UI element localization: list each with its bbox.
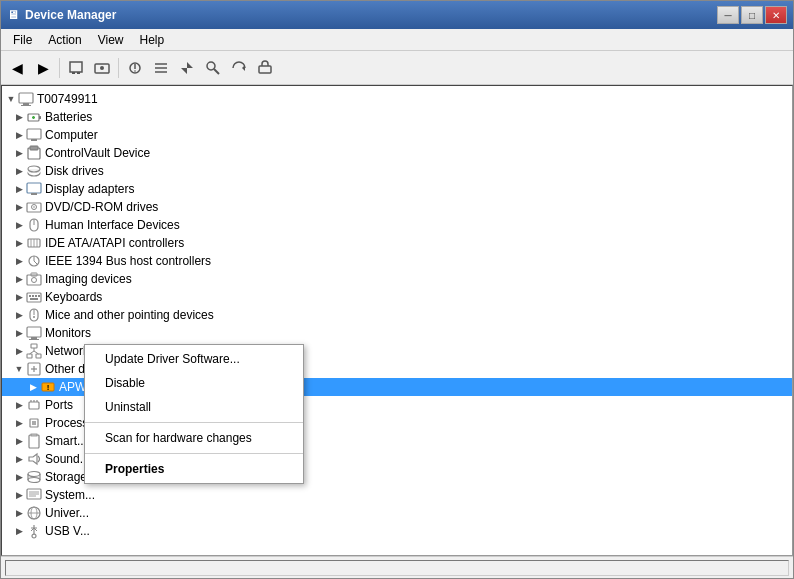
tree-item-ide[interactable]: ▶ IDE ATA/ATAPI controllers (2, 234, 792, 252)
menu-action[interactable]: Action (40, 31, 89, 49)
ide-label: IDE ATA/ATAPI controllers (45, 236, 184, 250)
svg-rect-0 (70, 62, 82, 72)
universal-label: Univer... (45, 506, 89, 520)
ctx-disable[interactable]: Disable (85, 371, 303, 395)
expand-system[interactable]: ▶ (12, 488, 26, 502)
ieee-icon (26, 253, 42, 269)
toolbar-btn-6[interactable] (201, 56, 225, 80)
tree-item-universal[interactable]: ▶ Univer... (2, 504, 792, 522)
window-title: Device Manager (25, 8, 116, 22)
ctx-uninstall[interactable]: Uninstall (85, 395, 303, 419)
svg-rect-41 (27, 293, 41, 302)
tree-item-disk[interactable]: ▶ Disk drives (2, 162, 792, 180)
title-icon: 🖥 (7, 8, 19, 22)
toolbar-btn-3[interactable] (123, 56, 147, 80)
ctx-scan[interactable]: Scan for hardware changes (85, 426, 303, 450)
tree-item-batteries[interactable]: ▶ Batteries (2, 108, 792, 126)
expand-dvd[interactable]: ▶ (12, 200, 26, 214)
root-expand[interactable]: ▼ (4, 92, 18, 106)
smart-icon (26, 433, 42, 449)
expand-hid[interactable]: ▶ (12, 218, 26, 232)
expand-sound[interactable]: ▶ (12, 452, 26, 466)
expand-computer[interactable]: ▶ (12, 128, 26, 142)
expand-smart[interactable]: ▶ (12, 434, 26, 448)
tree-item-mice[interactable]: ▶ Mice and other pointing devices (2, 306, 792, 324)
svg-rect-69 (32, 421, 36, 425)
svg-rect-55 (36, 354, 41, 358)
tree-item-ieee[interactable]: ▶ IEEE 1394 Bus host controllers (2, 252, 792, 270)
expand-mice[interactable]: ▶ (12, 308, 26, 322)
minimize-button[interactable]: ─ (717, 6, 739, 24)
title-buttons: ─ □ ✕ (717, 6, 787, 24)
toolbar-btn-4[interactable] (149, 56, 173, 80)
batteries-icon (26, 109, 42, 125)
menu-help[interactable]: Help (132, 31, 173, 49)
toolbar-btn-5[interactable] (175, 56, 199, 80)
tree-item-monitors[interactable]: ▶ Monitors (2, 324, 792, 342)
svg-rect-64 (29, 402, 39, 409)
expand-batteries[interactable]: ▶ (12, 110, 26, 124)
svg-marker-72 (29, 454, 37, 464)
menu-view[interactable]: View (90, 31, 132, 49)
tree-item-dvd[interactable]: ▶ DVD/CD-ROM drives (2, 198, 792, 216)
svg-rect-46 (30, 298, 38, 300)
content-area: ▼ T00749911 ▶ Batteries ▶ Com (1, 85, 793, 556)
expand-processors[interactable]: ▶ (12, 416, 26, 430)
toolbar-btn-1[interactable] (64, 56, 88, 80)
hid-label: Human Interface Devices (45, 218, 180, 232)
svg-point-73 (28, 472, 40, 477)
expand-ieee[interactable]: ▶ (12, 254, 26, 268)
forward-button[interactable]: ▶ (31, 56, 55, 80)
ctx-properties[interactable]: Properties (85, 457, 303, 481)
tree-item-keyboard[interactable]: ▶ Keyboards (2, 288, 792, 306)
computer-label: Computer (45, 128, 98, 142)
svg-marker-10 (242, 65, 245, 71)
expand-usb[interactable]: ▶ (12, 524, 26, 538)
apw-icon: ! (40, 379, 56, 395)
expand-disk[interactable]: ▶ (12, 164, 26, 178)
controlvault-icon (26, 145, 42, 161)
expand-universal[interactable]: ▶ (12, 506, 26, 520)
storage-icon (26, 469, 42, 485)
back-button[interactable]: ◀ (5, 56, 29, 80)
ctx-update-driver[interactable]: Update Driver Software... (85, 347, 303, 371)
tree-item-controlvault[interactable]: ▶ ControlVault Device (2, 144, 792, 162)
svg-point-49 (33, 316, 35, 318)
svg-rect-1 (72, 72, 75, 74)
expand-other[interactable]: ▼ (12, 362, 26, 376)
expand-monitors[interactable]: ▶ (12, 326, 26, 340)
imaging-label: Imaging devices (45, 272, 132, 286)
svg-rect-70 (29, 435, 39, 448)
tree-root[interactable]: ▼ T00749911 (2, 90, 792, 108)
expand-storage[interactable]: ▶ (12, 470, 26, 484)
menu-file[interactable]: File (5, 31, 40, 49)
tree-item-system[interactable]: ▶ System... (2, 486, 792, 504)
ctx-separator-2 (85, 453, 303, 454)
tree-item-imaging[interactable]: ▶ Imaging devices (2, 270, 792, 288)
svg-rect-45 (38, 295, 40, 297)
expand-network[interactable]: ▶ (12, 344, 26, 358)
device-tree[interactable]: ▼ T00749911 ▶ Batteries ▶ Com (1, 85, 793, 556)
expand-keyboard[interactable]: ▶ (12, 290, 26, 304)
expand-display[interactable]: ▶ (12, 182, 26, 196)
expand-apw[interactable]: ▶ (26, 380, 40, 394)
tree-item-computer[interactable]: ▶ Computer (2, 126, 792, 144)
ide-icon (26, 235, 42, 251)
tree-item-hid[interactable]: ▶ Human Interface Devices (2, 216, 792, 234)
ports-label: Ports (45, 398, 73, 412)
computer-node-icon (26, 127, 42, 143)
maximize-button[interactable]: □ (741, 6, 763, 24)
sound-label: Sound... (45, 452, 90, 466)
close-button[interactable]: ✕ (765, 6, 787, 24)
toolbar-btn-8[interactable] (253, 56, 277, 80)
keyboard-icon (26, 289, 42, 305)
tree-item-usb[interactable]: ▶ USB V... (2, 522, 792, 540)
toolbar-btn-2[interactable] (90, 56, 114, 80)
expand-imaging[interactable]: ▶ (12, 272, 26, 286)
tree-item-display[interactable]: ▶ Display adapters (2, 180, 792, 198)
expand-ports[interactable]: ▶ (12, 398, 26, 412)
expand-controlvault[interactable]: ▶ (12, 146, 26, 160)
expand-ide[interactable]: ▶ (12, 236, 26, 250)
svg-point-4 (100, 66, 104, 70)
toolbar-btn-7[interactable] (227, 56, 251, 80)
